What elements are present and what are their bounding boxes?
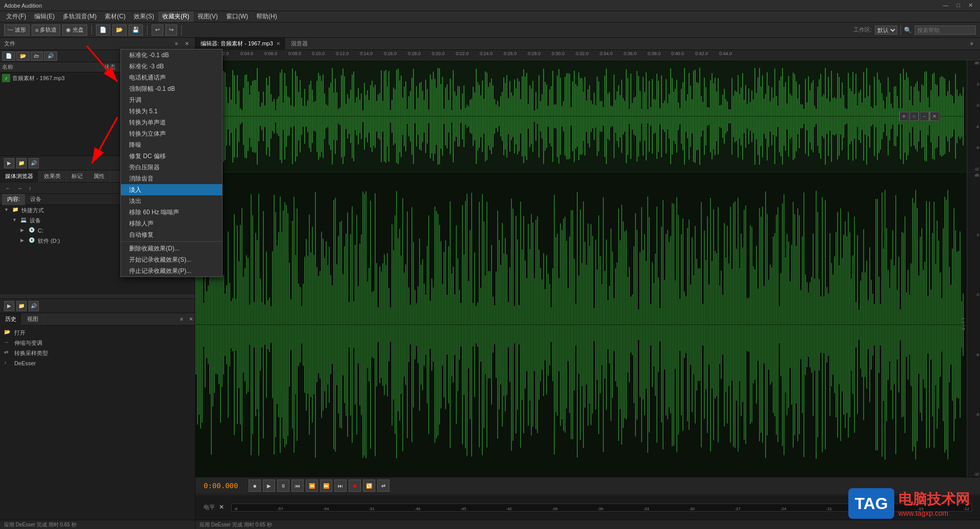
mb-btn-2[interactable]: → — [14, 184, 26, 193]
menu-telephone[interactable]: 电话机通话声 — [121, 72, 222, 83]
files-panel-menu-btn[interactable]: ≡ — [173, 40, 181, 48]
editor-tab-main[interactable]: 编辑器: 音频素材 - 1967.mp3 ✕ — [195, 38, 286, 50]
workspace-select[interactable]: 默认 — [875, 26, 897, 35]
level-close-btn[interactable]: ✕ — [219, 503, 227, 512]
menu-dehum[interactable]: 消除齿音 — [121, 173, 222, 184]
waveform-ctrl-2[interactable]: ○ — [910, 112, 919, 121]
time-0-16: 0:16.0 — [384, 51, 397, 56]
files-speaker-btn[interactable]: 🔊 — [44, 52, 57, 61]
dropdown-separator-1 — [121, 241, 222, 242]
toolbar-new-btn[interactable]: 📄 — [96, 24, 110, 36]
waveform-ctrl-1[interactable]: ≡ — [899, 112, 909, 121]
menu-sidechain[interactable]: 旁白压限器 — [121, 162, 222, 173]
files-panel-actions: ≡ ✕ — [173, 40, 191, 48]
history-item-open[interactable]: 📂 打开 — [4, 328, 191, 338]
toolbar-undo-btn[interactable]: ↩ — [152, 24, 163, 36]
transport-more-btn[interactable]: ⇄ — [377, 480, 389, 492]
close-btn[interactable]: ✕ — [965, 2, 976, 9]
menu-fade-out[interactable]: 淡出 — [121, 195, 222, 207]
history-panel-menu-btn[interactable]: ≡ — [178, 315, 186, 323]
history-panel-close-btn[interactable]: ✕ — [187, 315, 195, 323]
transport-loop-btn[interactable]: 🔁 — [363, 480, 375, 492]
files-panel-close-btn[interactable]: ✕ — [183, 40, 191, 48]
menu-repair-dc[interactable]: 修复 DC 偏移 — [121, 150, 222, 162]
toolbar-save-btn[interactable]: 💾 — [129, 24, 143, 36]
menu-auto-heal[interactable]: 自动修复 — [121, 229, 222, 240]
transport-play-btn[interactable]: ▶ — [263, 480, 275, 492]
toolbar-disc-btn[interactable]: ◉ 光盘 — [62, 24, 87, 36]
editor-tab-close[interactable]: ✕ — [276, 41, 280, 46]
menu-start-record[interactable]: 开始记录收藏效果(S)... — [121, 254, 222, 265]
tab-properties[interactable]: 属性 — [88, 170, 110, 183]
menu-file[interactable]: 文件(F) — [2, 11, 30, 22]
mb-play-btn[interactable]: ▶ — [4, 301, 14, 311]
tab-media-browser[interactable]: 媒体浏览器 — [0, 170, 39, 183]
menu-favorites[interactable]: 收藏夹(R) — [158, 11, 193, 22]
mb-vol-btn[interactable]: 🔊 — [29, 301, 39, 311]
files-play-btn[interactable]: ▶ — [4, 158, 14, 168]
mixer-tab[interactable]: 混音器 — [286, 38, 313, 50]
maximize-btn[interactable]: □ — [953, 2, 963, 9]
mb-btn-1[interactable]: ← — [2, 184, 14, 193]
files-vol-btn[interactable]: 🔊 — [29, 158, 39, 168]
menu-edit[interactable]: 编辑(E) — [30, 11, 59, 22]
menu-convert-51[interactable]: 转换为 5.1 — [121, 106, 222, 117]
menu-delete-favorites[interactable]: 删除收藏效果(D)... — [121, 243, 222, 254]
time-0-30: 0:30.0 — [552, 51, 565, 56]
toolbar-waveform-btn[interactable]: 〰 波形 — [4, 24, 30, 36]
files-new-btn[interactable]: 📄 — [2, 52, 15, 61]
toolbar-multitrack-btn[interactable]: ≡ 多轨道 — [32, 24, 60, 36]
transport-goto-start-btn[interactable]: ⏮ — [291, 480, 304, 492]
history-item-deesser[interactable]: ♪ DeEsser — [4, 358, 191, 368]
menu-stop-record[interactable]: 停止记录收藏效果(P)... — [121, 265, 222, 276]
vu-neg12-2: -12 — [974, 472, 979, 476]
menu-help[interactable]: 帮助(H) — [252, 11, 281, 22]
waveform-ctrl-4[interactable]: ✕ — [930, 112, 939, 121]
tab-effects[interactable]: 效果类 — [39, 170, 66, 183]
menu-transpose[interactable]: 升调 — [121, 94, 222, 106]
menu-normalize-01[interactable]: 标准化 -0.1 dB — [121, 49, 222, 61]
mb-folder-btn[interactable]: 📁 — [16, 301, 27, 311]
tab-markers[interactable]: 标记 — [66, 170, 88, 183]
transport-goto-end-btn[interactable]: ⏭ — [334, 480, 347, 492]
transport-pause-btn[interactable]: ⏸ — [277, 480, 289, 492]
transport-stop-btn[interactable]: ■ — [249, 480, 261, 492]
disc-icon: ◉ — [66, 27, 71, 33]
files-folder-btn[interactable]: 🗁 — [31, 52, 43, 61]
mc-tab-content[interactable]: 内容: — [2, 194, 25, 205]
history-item-stretch[interactable]: ↔ 伸缩与变调 — [4, 338, 191, 348]
menu-remove-vocals[interactable]: 移除人声 — [121, 218, 222, 229]
menu-hard-limiter[interactable]: 强制限幅 -0.1 dB — [121, 83, 222, 94]
menu-clip[interactable]: 素材(C) — [101, 11, 130, 22]
tab-view[interactable]: 视图 — [22, 313, 44, 325]
media-browser-scrollbar[interactable] — [0, 294, 195, 298]
menu-convert-stereo[interactable]: 转换为立体声 — [121, 128, 222, 139]
multitrack-icon: ≡ — [35, 27, 38, 33]
transport-record-btn[interactable]: ⏺ — [349, 480, 361, 492]
waveform-lower-svg — [195, 172, 980, 477]
search-input[interactable] — [915, 26, 976, 35]
menu-multitrack[interactable]: 多轨混音(M) — [59, 11, 101, 22]
toolbar-redo-btn[interactable]: ↪ — [165, 24, 177, 36]
mb-btn-3[interactable]: ↑ — [26, 184, 35, 193]
tab-history[interactable]: 历史 — [0, 313, 22, 325]
files-open-btn[interactable]: 📂 — [16, 52, 30, 61]
files-folder2-btn[interactable]: 📁 — [16, 158, 27, 168]
menu-effects[interactable]: 效果(S) — [130, 11, 158, 22]
minimize-btn[interactable]: — — [940, 2, 951, 9]
menu-fade-in[interactable]: 淡入 — [121, 184, 222, 195]
mc-tab-devices[interactable]: 设备 — [25, 194, 46, 205]
menu-normalize-3[interactable]: 标准化 -3 dB — [121, 61, 222, 72]
transport-ff-btn[interactable]: ⏩ — [320, 480, 332, 492]
transport-rewind-btn[interactable]: ⏪ — [306, 480, 318, 492]
toolbar-open-btn[interactable]: 📂 — [112, 24, 127, 36]
history-item-convert[interactable]: ⇄ 转换采样类型 — [4, 348, 191, 358]
waveform-ctrl-3[interactable]: − — [920, 112, 929, 121]
menu-convert-mono[interactable]: 转换为单声道 — [121, 117, 222, 128]
time-0-24: 0:24.0 — [480, 51, 493, 56]
editor-tabs-menu-btn[interactable]: ≡ — [968, 40, 976, 48]
menu-remove-60hz[interactable]: 移除 60 Hz 嗡嗡声 — [121, 207, 222, 218]
menu-denoise[interactable]: 降噪 — [121, 139, 222, 150]
menu-window[interactable]: 窗口(W) — [222, 11, 252, 22]
menu-view[interactable]: 视图(V) — [193, 11, 222, 22]
